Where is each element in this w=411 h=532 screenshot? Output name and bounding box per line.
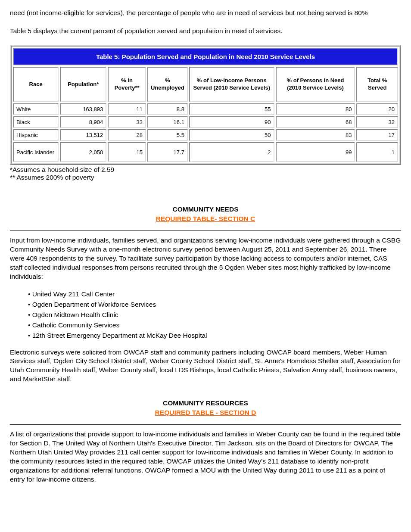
population-table: Table 5: Population Served and Populatio…	[10, 45, 401, 165]
community-needs-heading: COMMUNITY NEEDS	[10, 205, 401, 213]
needs-paragraph-2: Electronic surveys were solicited from O…	[10, 348, 401, 384]
header-race: Race	[13, 67, 59, 102]
header-in-need: % of Persons In Need (2010 Service Level…	[276, 67, 355, 102]
list-item: • Catholic Community Services	[28, 321, 401, 330]
sites-list: • United Way 211 Call Center • Ogden Dep…	[28, 290, 401, 340]
needs-paragraph-1: Input from low-income individuals, famil…	[10, 236, 401, 281]
header-population: Population*	[60, 67, 106, 102]
footnote-1: *Assumes a household size of 2.59	[10, 166, 401, 174]
separator	[10, 424, 401, 425]
table-row: Black 8,904 33 16.1 90 68 32	[13, 116, 398, 128]
list-item: • Ogden Midtown Health Clinic	[28, 311, 401, 320]
list-item: • United Way 211 Call Center	[28, 290, 401, 299]
section-c-link[interactable]: REQUIRED TABLE- SECTION C	[156, 215, 255, 223]
community-resources-heading: COMMUNITY RESOURCES	[10, 399, 401, 407]
table-row: Hispanic 13,512 28 5.5 50 83 17	[13, 129, 398, 141]
resources-paragraph: A list of organizations that provide sup…	[10, 430, 401, 484]
table-intro: Table 5 displays the current percent of …	[10, 27, 401, 35]
header-poverty: % in Poverty**	[108, 67, 146, 102]
table-row: White 163,893 11 8.8 55 80 20	[13, 103, 398, 115]
table-header-row: Race Population* % in Poverty** % Unempl…	[13, 67, 398, 102]
list-item: • Ogden Department of Workforce Services	[28, 300, 401, 309]
header-served-2010: % of Low-Income Persons Served (2010 Ser…	[189, 67, 274, 102]
separator	[10, 230, 401, 231]
intro-paragraph: need (not income-eligible for services),…	[10, 9, 401, 17]
header-served: Total % Served	[356, 67, 398, 102]
table-row: Pacific Islander 2,050 15 17.7 2 99 1	[13, 142, 398, 162]
table-title: Table 5: Population Served and Populatio…	[13, 48, 398, 65]
header-unemployed: % Unemployed	[147, 67, 188, 102]
footnote-2: ** Assumes 200% of poverty	[10, 174, 401, 181]
section-d-link[interactable]: REQUIRED TABLE - SECTION D	[155, 409, 256, 417]
list-item: • 12th Street Emergency Department at Mc…	[28, 331, 401, 340]
